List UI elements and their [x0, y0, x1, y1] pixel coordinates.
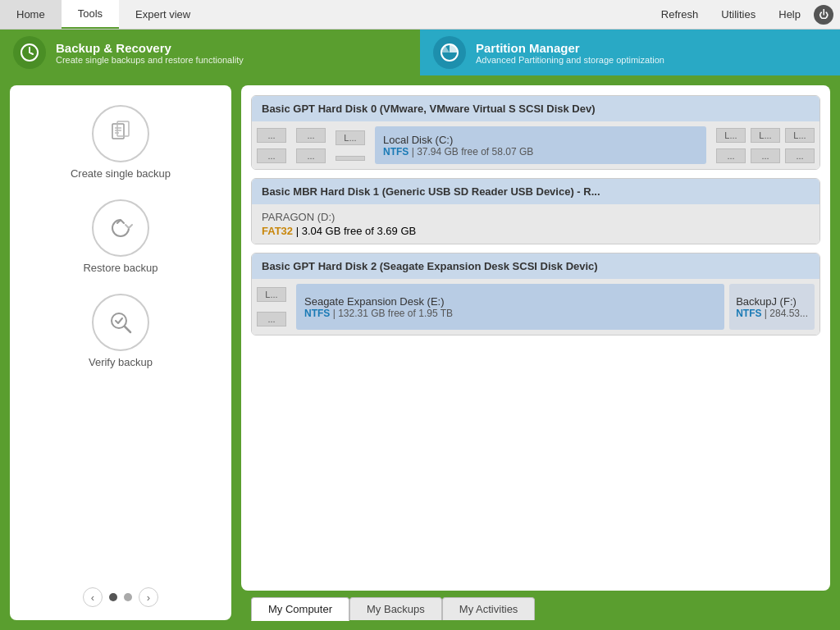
- disk-2-btn-top[interactable]: L...: [257, 287, 286, 302]
- partition-subtitle: Advanced Partitioning and storage optimi…: [476, 55, 664, 65]
- disk-2-main-partition[interactable]: Seagate Expansion Desk (E:) NTFS | 132.3…: [296, 284, 724, 330]
- disk-0-r-btn-5[interactable]: ...: [785, 148, 815, 163]
- disk-1-panel: Basic MBR Hard Disk 1 (Generic USB SD Re…: [251, 178, 820, 244]
- disk-0-header: Basic GPT Hard Disk 0 (VMware, VMware Vi…: [252, 96, 819, 121]
- disk-0-left-btns: ... ...: [252, 121, 291, 169]
- disk-2-header: Basic GPT Hard Disk 2 (Seagate Expansion…: [252, 253, 819, 279]
- disk-0-btn-1[interactable]: ...: [257, 148, 286, 163]
- verify-backup-label: Verify backup: [89, 356, 153, 368]
- disk-0-panel: Basic GPT Hard Disk 0 (VMware, VMware Vi…: [251, 95, 820, 170]
- restore-backup-action[interactable]: Restore backup: [23, 193, 218, 281]
- backup-recovery-banner[interactable]: Backup & Recovery Create single backups …: [0, 30, 420, 75]
- disk-2-btn-bot[interactable]: ...: [257, 312, 286, 326]
- disk-0-main-fs: NTFS | 37.94 GB free of 58.07 GB: [383, 146, 698, 158]
- disk-0-right-btns: L... L... L... ... ... ...: [711, 121, 819, 169]
- menu-bar: Home Tools Expert view Refresh Utilities…: [0, 0, 840, 30]
- disk-2-side-name: BackupJ (F:): [736, 295, 808, 308]
- backup-title: Backup & Recovery: [56, 41, 244, 55]
- disk-1-fs-detail: 3.04 GB free of 3.69 GB: [302, 225, 416, 237]
- disk-0-right-top-row: L... L... L...: [714, 126, 816, 144]
- disk-2-body: L... ... Seagate Expansion Desk (E:) NTF…: [252, 279, 819, 335]
- restore-backup-icon: [92, 199, 149, 257]
- prev-page-button[interactable]: ‹: [83, 587, 103, 607]
- create-backup-icon: [92, 105, 149, 162]
- verify-backup-action[interactable]: Verify backup: [23, 287, 218, 375]
- disk-0-main-name: Local Disk (C:): [383, 134, 698, 146]
- backup-subtitle: Create single backups and restore functi…: [56, 55, 244, 65]
- page-dot-2[interactable]: [124, 593, 132, 601]
- disk-0-mid-btn-1[interactable]: ...: [296, 148, 326, 163]
- disk-1-body[interactable]: PARAGON (D:) FAT32 | 3.04 GB free of 3.6…: [252, 204, 819, 244]
- tab-my-backups[interactable]: My Backups: [349, 597, 442, 620]
- disk-2-side-detail: 284.53...: [769, 308, 808, 319]
- bottom-tabs: My Computer My Backups My Activities: [241, 591, 830, 620]
- menu-refresh[interactable]: Refresh: [651, 0, 709, 29]
- partition-manager-banner[interactable]: Partition Manager Advanced Partitioning …: [420, 30, 840, 75]
- backup-text: Backup & Recovery Create single backups …: [56, 41, 244, 65]
- verify-backup-icon: [92, 294, 149, 351]
- tab-my-activities[interactable]: My Activities: [442, 597, 536, 620]
- disk-0-mid-btns: ... ...: [291, 121, 331, 169]
- partition-text: Partition Manager Advanced Partitioning …: [476, 41, 664, 65]
- disk-2-main-fs: NTFS | 132.31 GB free of 1.95 TB: [304, 308, 716, 319]
- left-panel: Create single backup Restore backup: [10, 85, 231, 620]
- disk-0-btn-0[interactable]: ...: [257, 128, 286, 143]
- disk-0-r-btn-1[interactable]: L...: [751, 128, 780, 143]
- disk-2-side-fs: NTFS | 284.53...: [736, 308, 808, 319]
- main-area: Create single backup Restore backup: [0, 75, 840, 630]
- right-panel: Basic GPT Hard Disk 0 (VMware, VMware Vi…: [241, 85, 830, 591]
- disk-0-right-bot-row: ... ... ...: [714, 147, 816, 165]
- menu-right-group: Refresh Utilities Help ⏻: [645, 0, 840, 29]
- disk-0-r-btn-4[interactable]: ...: [751, 148, 780, 163]
- disk-1-fs-type: FAT32: [262, 225, 293, 237]
- menu-expert-view[interactable]: Expert view: [119, 0, 207, 29]
- menu-tools[interactable]: Tools: [62, 0, 119, 29]
- disk-0-fs-detail: 37.94 GB free of 58.07 GB: [417, 146, 533, 158]
- tab-my-computer[interactable]: My Computer: [251, 597, 349, 621]
- disk-1-name: PARAGON (D:): [262, 211, 810, 223]
- backup-icon: [13, 36, 46, 69]
- menu-utilities[interactable]: Utilities: [711, 0, 765, 29]
- restore-backup-label: Restore backup: [83, 262, 158, 274]
- disk-0-body: ... ... ... ... L... Local Disk (C:): [252, 121, 819, 169]
- disk-0-r-btn-2[interactable]: L...: [785, 128, 815, 143]
- create-backup-action[interactable]: Create single backup: [23, 98, 218, 186]
- disk-0-fs-type: NTFS: [383, 146, 409, 158]
- disk-0-mid-btns2: L...: [331, 121, 370, 169]
- partition-icon: [433, 36, 466, 69]
- disk-0-r-btn-0[interactable]: L...: [716, 128, 746, 143]
- next-page-button[interactable]: ›: [139, 587, 158, 607]
- partition-title: Partition Manager: [476, 41, 664, 55]
- disk-2-btn-col: L... ...: [252, 279, 291, 335]
- disk-0-r-btn-3[interactable]: ...: [716, 148, 746, 163]
- menu-help[interactable]: Help: [769, 0, 810, 29]
- disk-0-mid-btn2-0[interactable]: L...: [336, 130, 365, 145]
- disk-2-side-partition[interactable]: BackupJ (F:) NTFS | 284.53...: [729, 284, 815, 330]
- feature-banner: Backup & Recovery Create single backups …: [0, 30, 840, 75]
- disk-0-mid-btn2-1[interactable]: [336, 156, 365, 161]
- create-backup-label: Create single backup: [71, 167, 171, 180]
- disk-1-header: Basic MBR Hard Disk 1 (Generic USB SD Re…: [252, 179, 819, 204]
- disk-0-mid-btn-0[interactable]: ...: [296, 128, 326, 143]
- power-button[interactable]: ⏻: [814, 5, 833, 25]
- disk-2-panel: Basic GPT Hard Disk 2 (Seagate Expansion…: [251, 253, 820, 336]
- disk-1-fs: FAT32 | 3.04 GB free of 3.69 GB: [262, 225, 810, 237]
- disk-1-fs-sep: |: [296, 225, 302, 237]
- svg-line-8: [125, 326, 130, 332]
- disk-2-main-name: Seagate Expansion Desk (E:): [304, 295, 716, 308]
- menu-home[interactable]: Home: [0, 0, 62, 29]
- disk-2-fs-detail: 132.31 GB free of 1.95 TB: [338, 308, 453, 319]
- pagination: ‹ ›: [83, 587, 158, 607]
- page-dot-1[interactable]: [109, 593, 117, 601]
- disk-2-fs-type: NTFS: [304, 308, 330, 319]
- disk-0-main-partition[interactable]: Local Disk (C:) NTFS | 37.94 GB free of …: [375, 126, 706, 164]
- disk-2-side-fs-type: NTFS: [736, 308, 761, 319]
